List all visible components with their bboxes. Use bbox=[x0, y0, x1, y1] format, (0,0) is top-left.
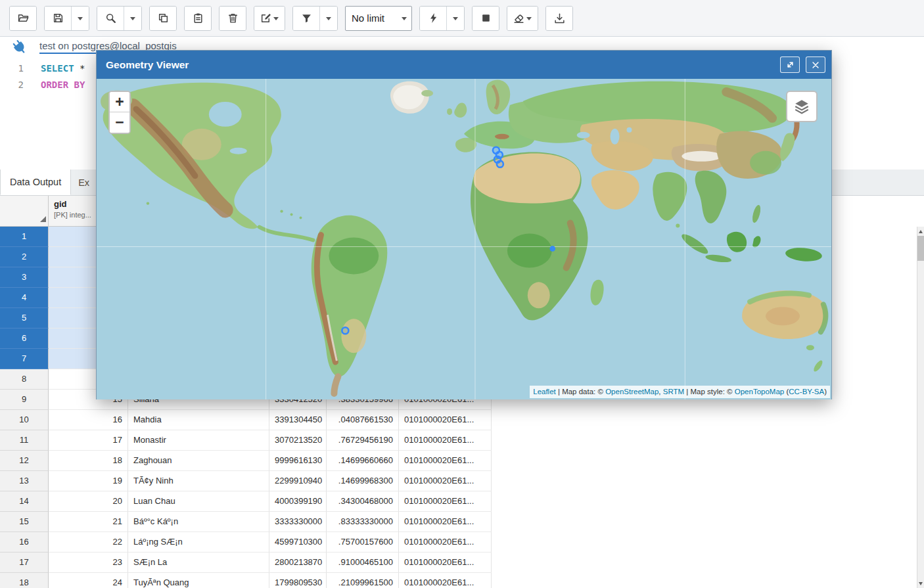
maximize-button[interactable] bbox=[780, 57, 800, 73]
scroll-down-button[interactable] bbox=[917, 579, 924, 588]
cell-name[interactable]: Monastir bbox=[128, 430, 269, 451]
cell-num2[interactable]: .83333330000 bbox=[327, 512, 399, 532]
row-number[interactable]: 2 bbox=[0, 247, 49, 267]
row-number[interactable]: 1 bbox=[0, 227, 49, 247]
cell-name[interactable]: Zaghouan bbox=[128, 451, 269, 471]
cell-gid[interactable]: 19 bbox=[49, 471, 128, 491]
cell-name[interactable]: TÃ¢y Ninh bbox=[128, 471, 269, 491]
cell-gid[interactable]: 20 bbox=[49, 491, 128, 512]
table-row[interactable]: 1824TuyÃªn Quang1799809530.2109996150001… bbox=[0, 573, 492, 588]
save-dropdown-button[interactable] bbox=[71, 7, 89, 30]
cell-name[interactable]: Luan Chau bbox=[128, 491, 269, 512]
table-row[interactable]: 1723SÆ¡n La2800213870.910004651000101000… bbox=[0, 553, 492, 573]
execute-dropdown-button[interactable] bbox=[446, 7, 464, 30]
geometry-marker[interactable] bbox=[497, 161, 503, 168]
copy-button[interactable] bbox=[150, 7, 176, 30]
row-number[interactable]: 5 bbox=[0, 308, 49, 328]
cell-num2[interactable]: .14699660660 bbox=[327, 451, 399, 471]
find-dropdown-button[interactable] bbox=[124, 7, 141, 30]
paste-button[interactable] bbox=[185, 7, 211, 30]
row-number[interactable]: 11 bbox=[0, 430, 49, 451]
row-number[interactable]: 4 bbox=[0, 288, 49, 308]
leaflet-map[interactable]: + − Leaflet | Map data: © OpenStreetMap,… bbox=[97, 79, 831, 399]
filter-dropdown-button[interactable] bbox=[319, 7, 337, 30]
scroll-up-button[interactable] bbox=[917, 227, 924, 236]
cell-geom[interactable]: 0101000020E61... bbox=[399, 573, 492, 588]
cell-num1[interactable]: 4000399190 bbox=[269, 491, 327, 512]
table-row[interactable]: 1521Báº°c Káº¡n3333330000.83333330000010… bbox=[0, 512, 492, 532]
table-row[interactable]: 1420Luan Chau4000399190.3430046800001010… bbox=[0, 491, 492, 512]
cell-num2[interactable]: .04087661530 bbox=[327, 410, 399, 430]
cell-gid[interactable]: 21 bbox=[49, 512, 128, 532]
geometry-marker[interactable] bbox=[342, 327, 348, 334]
row-number[interactable]: 6 bbox=[0, 328, 49, 349]
clear-button[interactable] bbox=[507, 7, 538, 30]
find-button[interactable] bbox=[97, 7, 124, 30]
row-number[interactable]: 10 bbox=[0, 410, 49, 430]
row-number[interactable]: 12 bbox=[0, 451, 49, 471]
row-number[interactable]: 18 bbox=[0, 573, 49, 588]
attribution-link[interactable]: OpenTopoMap bbox=[735, 388, 784, 396]
row-number[interactable]: 13 bbox=[0, 471, 49, 491]
cell-num1[interactable]: 3391304450 bbox=[269, 410, 327, 430]
edit-button[interactable] bbox=[254, 7, 285, 30]
row-number[interactable]: 17 bbox=[0, 553, 49, 573]
vertical-scrollbar[interactable] bbox=[917, 227, 924, 588]
cell-name[interactable]: SÆ¡n La bbox=[128, 553, 269, 573]
cell-num1[interactable]: 2800213870 bbox=[269, 553, 327, 573]
cell-num1[interactable]: 9999616130 bbox=[269, 451, 327, 471]
cell-num2[interactable]: .34300468000 bbox=[327, 491, 399, 512]
cell-num1[interactable]: 2299910940 bbox=[269, 471, 327, 491]
cell-geom[interactable]: 0101000020E61... bbox=[399, 553, 492, 573]
zoom-out-button[interactable]: − bbox=[110, 112, 129, 133]
cell-gid[interactable]: 16 bbox=[49, 410, 128, 430]
cell-geom[interactable]: 0101000020E61... bbox=[399, 451, 492, 471]
cell-gid[interactable]: 22 bbox=[49, 532, 128, 553]
zoom-in-button[interactable]: + bbox=[110, 92, 129, 112]
attribution-link[interactable]: SRTM bbox=[663, 388, 684, 396]
row-number[interactable]: 9 bbox=[0, 390, 49, 410]
cell-num2[interactable]: .91000465100 bbox=[327, 553, 399, 573]
cell-num1[interactable]: 3333330000 bbox=[269, 512, 327, 532]
cell-name[interactable]: Mahdia bbox=[128, 410, 269, 430]
cell-gid[interactable]: 18 bbox=[49, 451, 128, 471]
cell-geom[interactable]: 0101000020E61... bbox=[399, 471, 492, 491]
cell-name[interactable]: Láº¡ng SÆ¡n bbox=[128, 532, 269, 553]
row-number[interactable]: 8 bbox=[0, 369, 49, 390]
table-row[interactable]: 1016Mahdia3391304450.0408766153001010000… bbox=[0, 410, 492, 430]
table-row[interactable]: 1117Monastir3070213520.76729456190010100… bbox=[0, 430, 492, 451]
cell-num2[interactable]: .75700157600 bbox=[327, 532, 399, 553]
execute-query-button[interactable] bbox=[420, 7, 446, 30]
attribution-link[interactable]: Leaflet bbox=[533, 388, 556, 396]
cell-geom[interactable]: 0101000020E61... bbox=[399, 532, 492, 553]
cell-num1[interactable]: 3070213520 bbox=[269, 430, 327, 451]
cell-name[interactable]: Báº°c Káº¡n bbox=[128, 512, 269, 532]
select-all-corner[interactable] bbox=[0, 196, 49, 226]
attribution-link[interactable]: OpenStreetMap bbox=[605, 388, 658, 396]
geometry-viewer-header[interactable]: Geometry Viewer bbox=[97, 51, 831, 79]
delete-row-button[interactable] bbox=[219, 7, 246, 30]
table-row[interactable]: 1218Zaghouan9999616130.14699660660010100… bbox=[0, 451, 492, 471]
tab-explain[interactable]: Ex bbox=[71, 170, 99, 195]
open-file-button[interactable] bbox=[10, 7, 36, 30]
filter-button[interactable] bbox=[293, 7, 319, 30]
scrollbar-thumb[interactable] bbox=[917, 236, 924, 261]
tab-data-output[interactable]: Data Output bbox=[0, 170, 71, 195]
cell-gid[interactable]: 24 bbox=[49, 573, 128, 588]
row-limit-select[interactable]: No limit bbox=[345, 6, 412, 31]
row-number[interactable]: 15 bbox=[0, 512, 49, 532]
cell-geom[interactable]: 0101000020E61... bbox=[399, 410, 492, 430]
cell-geom[interactable]: 0101000020E61... bbox=[399, 512, 492, 532]
cell-num1[interactable]: 1799809530 bbox=[269, 573, 327, 588]
row-number[interactable]: 14 bbox=[0, 491, 49, 512]
cell-num2[interactable]: .21099961500 bbox=[327, 573, 399, 588]
cell-gid[interactable]: 23 bbox=[49, 553, 128, 573]
row-number[interactable]: 7 bbox=[0, 349, 49, 369]
row-number[interactable]: 3 bbox=[0, 267, 49, 288]
download-results-button[interactable] bbox=[546, 7, 572, 30]
close-button[interactable] bbox=[806, 57, 825, 73]
cell-gid[interactable]: 17 bbox=[49, 430, 128, 451]
geometry-marker[interactable] bbox=[550, 246, 555, 251]
row-number[interactable]: 16 bbox=[0, 532, 49, 553]
attribution-link[interactable]: CC-BY-SA bbox=[789, 388, 824, 396]
